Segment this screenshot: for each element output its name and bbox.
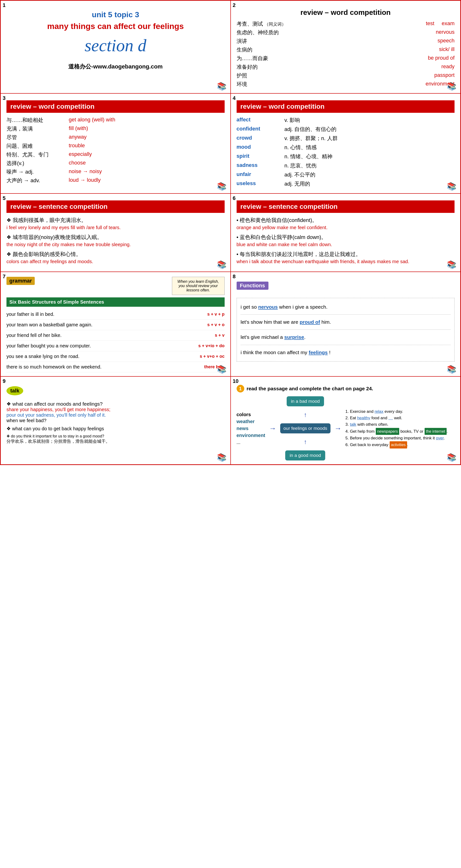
word-pair-4: 生病的 sick/ ill [237,46,455,53]
vocab-3-1: 与……和睦相处 get along (well) with [6,117,225,124]
instruction-num: 1 [237,385,244,393]
word-pair-3: 演讲 speech [237,38,455,45]
cell-number-8: 8 [233,274,236,280]
s6-item-1: • 橙色和黄色给我自信(confident)。 orange and yello… [237,217,455,230]
cell-2: 2 review – word competition 考查、测试 （同义词） … [230,0,461,93]
grammar-note: When you learn English, you should revie… [172,277,225,295]
cell3-title: review – word competition [6,100,225,113]
s5-zh2: ❖ 城市喧嚣的(noisy)夜晚使我难以入眠。 [6,234,225,241]
word-pair-6: 准备好的 ready [237,63,455,71]
cell-9: 9 talk ❖ what can affect our moods and f… [0,376,230,465]
vocab-3-5: 特别、尤其、专门 especially [6,151,225,158]
vocab-4-4: mood n. 心情、情感 [237,144,455,151]
tip-6: 6. Get back to everyday activities. [345,441,455,448]
structure-row-5: you see a snake lying on the road. s + v… [6,351,225,362]
grammar-badge: grammar [6,277,35,285]
s5-en2: the noisy night of the city makes me hav… [6,242,225,247]
vocab-3-8: 大声的 → adv. loud → loudly [6,177,225,184]
cell-number-1: 1 [3,2,5,8]
cell-8: 8 Functions i get so nervous when i give… [230,272,461,376]
cell6-title: review – sentence competition [237,200,455,213]
book-icon-3: 📚 [217,182,226,191]
book-icon: 📚 [217,82,226,91]
down-arrow: ↑ [304,438,307,445]
fill-sentence-4: i think the moon can affect my feelings … [241,347,451,358]
functions-badge: Functions [237,282,269,290]
word-pairs: 考查、测试 （同义词） test exam 焦虑的、神经质的 nervous 演… [237,20,455,88]
word-pair-8: 环境 environment [237,81,455,88]
structure-rows: your father is ill in bed. s + v + p you… [6,309,225,372]
book-icon-2: 📚 [447,82,456,91]
diagram: colors weather news environment ... → in… [237,396,455,461]
cell-5: 5 review – sentence competition ❖ 我感到很孤单… [0,193,230,272]
cell-number-3: 3 [3,95,5,101]
up-arrow: ↑ [304,411,307,418]
cell-4: 4 review – word competition affect v. 影响… [230,93,461,193]
talk-badge: talk [6,386,23,395]
book-icon-5: 📚 [217,260,226,269]
cell-number-9: 9 [3,378,5,384]
cell5-title: review – sentence competition [6,200,225,213]
cell-6: 6 review – sentence competition • 橙色和黄色给… [230,193,461,272]
section-title: section d [6,36,225,56]
structure-row-2: your team won a basketball game again. s… [6,320,225,330]
fill-sentence-2: let's show him that we are proud of him. [241,316,451,328]
book-icon-7: 📚 [217,365,226,374]
s5-en3: colors can affect my feelings and moods. [6,259,225,265]
book-icon-10: 📚 [447,453,456,462]
talk-items: ❖ what can affect our moods and feelings… [6,401,225,444]
vocab-3-4: 问题、困难 trouble [6,143,225,150]
unit-title: unit 5 topic 3 [6,10,225,19]
book-icon-8: 📚 [447,365,456,374]
feelings-box: our feelings or moods [280,423,331,433]
s6-item-2: • 蓝色和白色会让我平静(calm down)。 blue and white … [237,234,455,247]
cell-number-6: 6 [233,195,236,202]
vocab-3-7: 噪声 → adj. noise → noisy [6,168,225,176]
word-pair-2: 焦虑的、神经质的 nervous [237,29,455,36]
structure-row-4: your father bought you a new computer. s… [6,341,225,351]
fill-sentence-3: let's give michael a surprise. [241,332,451,343]
book-icon-4: 📚 [447,182,456,191]
arrow-right-2: → [334,424,341,432]
s6-item-3: • 每当我和朋友们谈起汶川地震时，这总是让我难过。 when i talk ab… [237,251,455,265]
causes-column: colors weather news environment ... [237,412,265,445]
fill-box: i get so nervous when i give a speech. l… [237,298,455,362]
s5-zh1: ❖ 我感到很孤单，眼中充满泪水。 [6,217,225,224]
structure-row-6: there is so much homework on the weekend… [6,362,225,372]
cell4-title: review – word competition [237,100,455,113]
s5-en1: i feel very lonely and my eyes fill with… [6,225,225,230]
read-instruction: read the passage and complete the chart … [247,386,373,392]
vocab-3-2: 充满，装满 fill (with) [6,125,225,132]
vocab-list-4: affect v. 影响 confident adj. 自信的、有信心的 cro… [237,117,455,187]
structure-row-1: your father is ill in bed. s + v + p [6,309,225,320]
cell-number-5: 5 [3,195,5,202]
vocab-3-6: 选择(v.) choose [6,160,225,167]
cell-number-7: 7 [3,274,5,280]
book-icon-9: 📚 [217,453,226,462]
cell-3: 3 review – word competition 与……和睦相处 get … [0,93,230,193]
word-pair-7: 护照 passport [237,72,455,79]
word-pair-1: 考查、测试 （同义词） test exam [237,20,455,28]
structure-row-3: your friend fell of her bike. s + v [6,330,225,341]
vocab-4-3: crowd v. 拥挤、群聚；n. 人群 [237,135,455,142]
talk-item-1: ❖ what can affect our moods and feelings… [6,401,225,423]
book-icon-6: 📚 [447,260,456,269]
main-grid: 1 unit 5 topic 3 many things can affect … [0,0,461,465]
website: 道格办公-www.daogebangong.com [6,63,225,70]
vocab-3-3: 尽管 anyway [6,134,225,141]
vocab-4-6: sadness n. 悲哀、忧伤 [237,162,455,169]
tip-4: 4. Get help from newspapers books, TV or… [345,428,455,435]
sentences-5: ❖ 我感到很孤单，眼中充满泪水。 i feel very lonely and … [6,217,225,265]
vocab-4-7: unfair adj. 不公平的 [237,171,455,178]
cell-7: 7 grammar When you learn English, you sh… [0,272,230,376]
six-structures-label: Six Basic Structures of Simple Sentences [6,298,225,307]
vocab-4-1: affect v. 影响 [237,117,455,124]
cell-number-4: 4 [233,95,236,101]
cell-10: 10 1 read the passage and complete the c… [230,376,461,465]
mood-column: in a bad mood ↑ our feelings or moods ↑ … [280,396,331,461]
s5-zh3: ❖ 颜色会影响我的感受和心情。 [6,251,225,258]
vocab-4-2: confident adj. 自信的、有信心的 [237,126,455,133]
vocab-list-3: 与……和睦相处 get along (well) with 充满，装满 fill… [6,117,225,184]
bad-mood-box: in a bad mood [287,396,324,406]
vocab-4-5: spirit n. 情绪、心境、精神 [237,153,455,160]
